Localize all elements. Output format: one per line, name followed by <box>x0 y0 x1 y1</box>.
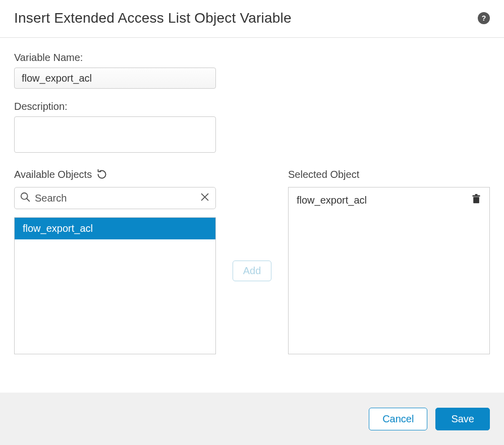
selected-item-label: flow_export_acl <box>297 195 367 206</box>
search-input[interactable] <box>35 193 195 204</box>
object-columns: Available Objects <box>14 167 490 354</box>
refresh-icon[interactable] <box>97 169 107 179</box>
add-button[interactable]: Add <box>233 261 272 281</box>
available-header: Available Objects <box>14 167 216 182</box>
description-group: Description: <box>14 101 490 155</box>
dialog-content: Variable Name: Description: Available Ob… <box>0 38 504 368</box>
dialog-title: Insert Extended Access List Object Varia… <box>14 10 292 26</box>
available-column: Available Objects <box>14 167 216 354</box>
available-list[interactable]: flow_export_acl <box>14 217 216 354</box>
selected-label: Selected Object <box>288 169 359 180</box>
selected-list[interactable]: flow_export_acl <box>288 187 490 354</box>
search-box <box>14 187 216 209</box>
description-input[interactable] <box>14 116 216 153</box>
selected-header: Selected Object <box>288 167 490 182</box>
save-button[interactable]: Save <box>435 408 490 430</box>
help-icon[interactable]: ? <box>478 12 490 24</box>
available-label: Available Objects <box>14 169 92 180</box>
list-item-label: flow_export_acl <box>23 223 93 234</box>
transfer-column: Add <box>228 167 276 354</box>
svg-rect-6 <box>475 194 478 196</box>
variable-name-label: Variable Name: <box>14 52 490 63</box>
svg-line-1 <box>27 199 30 202</box>
description-label: Description: <box>14 101 490 112</box>
clear-search-icon[interactable] <box>199 192 210 205</box>
trash-icon[interactable] <box>471 194 481 207</box>
svg-rect-5 <box>473 196 480 197</box>
selected-column: Selected Object flow_export_acl <box>288 167 490 354</box>
dialog-footer: Cancel Save <box>0 393 504 445</box>
selected-item: flow_export_acl <box>289 187 489 213</box>
dialog-header: Insert Extended Access List Object Varia… <box>0 0 504 38</box>
list-item[interactable]: flow_export_acl <box>15 218 215 239</box>
variable-name-input[interactable] <box>14 68 216 89</box>
cancel-button[interactable]: Cancel <box>369 408 427 430</box>
variable-name-group: Variable Name: <box>14 52 490 89</box>
svg-rect-4 <box>473 197 479 204</box>
search-icon <box>20 192 31 205</box>
